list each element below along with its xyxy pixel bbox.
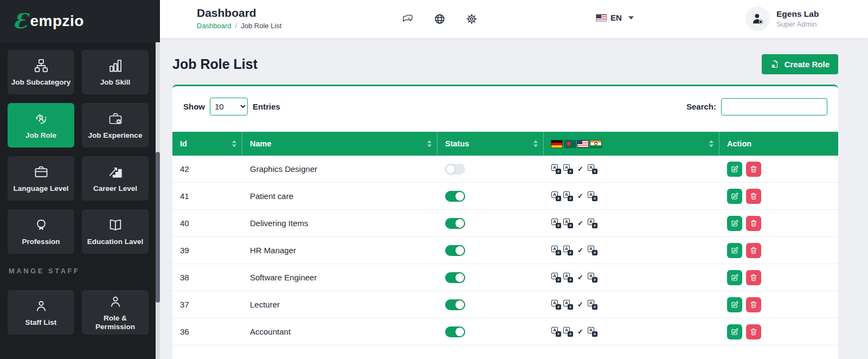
language-selector[interactable]: EN [596,13,634,22]
sort-icon [232,140,236,148]
row-id: 38 [172,273,242,282]
translate-icon[interactable]: Ax [551,246,561,255]
translate-icon[interactable]: Ax [551,273,561,283]
sidebar-item-job-skill[interactable]: Job Skill [82,50,149,94]
column-header-status[interactable]: Status [438,132,544,156]
translate-icon[interactable]: Ax [588,300,597,310]
sidebar-scrollbar-track[interactable] [156,42,160,359]
user-profile[interactable]: Egens Lab Super Admin [745,7,819,31]
translate-icon[interactable]: Ax [551,300,561,310]
header-icon-group [402,13,478,25]
entries-select[interactable]: 10 [210,98,248,116]
edit-button[interactable] [727,189,742,204]
main-content: Job Role List Create Role Show 10 Entrie… [160,38,868,359]
briefcase-gear-icon [108,111,123,126]
usa-flag-icon [577,140,588,148]
table-row: 39 HR Manager Ax Ax ✓ Ax [172,237,838,264]
check-icon: ✓ [577,192,583,200]
check-icon: ✓ [577,328,583,336]
edit-button[interactable] [727,297,742,312]
delete-button[interactable] [746,189,761,204]
create-role-button[interactable]: Create Role [762,54,838,74]
translate-icon[interactable]: Ax [563,246,573,255]
edit-button[interactable] [727,216,742,231]
edit-button[interactable] [727,162,742,177]
delete-button[interactable] [746,216,761,231]
sidebar-item-language-level[interactable]: Language Level [8,156,74,201]
status-toggle[interactable] [445,191,465,202]
translate-icon[interactable]: Ax [588,246,597,255]
search-input[interactable] [721,98,827,116]
check-icon: ✓ [577,273,583,281]
status-toggle[interactable] [445,164,465,175]
sidebar-scrollbar-thumb[interactable] [156,152,160,303]
trash-icon [749,246,758,255]
avatar [745,7,770,31]
edit-icon [730,165,739,174]
gear-icon[interactable] [466,13,478,25]
edit-icon [730,246,739,255]
sidebar-item-job-subcategory[interactable]: Job Subcategory [8,50,74,94]
edit-icon [730,300,739,309]
row-name: Lecturer [242,300,438,309]
edit-button[interactable] [727,243,742,258]
translate-icon[interactable]: Ax [563,219,573,228]
translate-icon[interactable]: Ax [563,300,573,310]
row-name: HR Manager [242,246,438,255]
india-flag-icon [590,140,601,148]
translate-icon[interactable]: Ax [551,327,561,337]
edit-icon [730,219,739,228]
status-toggle[interactable] [445,326,465,337]
translate-icon[interactable]: Ax [588,219,597,228]
status-toggle[interactable] [445,299,465,310]
table-header: Id Name Status Action [172,132,838,156]
award-icon [34,217,49,233]
sidebar-item-job-role[interactable]: Job Role [8,103,74,148]
edit-button[interactable] [727,324,742,339]
translate-icon[interactable]: Ax [551,219,561,228]
translate-icon[interactable]: Ax [588,327,597,337]
breadcrumb-parent-link[interactable]: Dashboard [197,22,232,30]
chat-icon[interactable] [402,13,414,25]
translate-icon[interactable]: Ax [563,164,573,174]
translate-icon[interactable]: Ax [588,191,597,201]
sidebar-item-profession[interactable]: Profession [8,209,74,254]
briefcase-icon [34,164,49,180]
status-toggle[interactable] [445,218,465,229]
translate-icon[interactable]: Ax [563,327,573,337]
brand-logo-text: empzio [30,12,83,30]
sidebar-item-career-level[interactable]: Career Level [82,156,149,201]
brand-logo[interactable]: Ɛ empzio [0,0,160,42]
status-toggle[interactable] [445,272,465,283]
sidebar-item-staff-list[interactable]: Staff List [8,290,74,335]
delete-button[interactable] [746,270,761,285]
trash-icon [749,192,758,201]
translate-icon[interactable]: Ax [588,273,597,283]
translate-icon[interactable]: Ax [563,273,573,283]
sidebar-item-role-permission[interactable]: Role & Permission [82,290,149,335]
table-row: 42 Graphics Designer Ax Ax ✓ Ax [172,156,838,183]
translate-icon[interactable]: Ax [551,191,561,201]
check-icon: ✓ [577,219,583,227]
delete-button[interactable] [746,297,761,312]
edit-icon [730,273,739,282]
edit-button[interactable] [727,270,742,285]
sidebar-item-job-experience[interactable]: Job Experience [82,103,149,148]
translate-icon[interactable]: Ax [551,164,561,174]
status-toggle[interactable] [445,245,465,256]
stairs-icon [108,164,123,180]
table-row: 41 Patient care Ax Ax ✓ Ax [172,183,838,210]
trash-icon [749,219,758,228]
globe-icon[interactable] [434,13,446,25]
row-name: Graphics Designer [242,164,438,174]
sidebar-item-education-lavel[interactable]: Education Lavel [82,209,149,254]
open-book-icon [108,217,123,233]
delete-button[interactable] [746,162,761,177]
delete-button[interactable] [746,243,761,258]
delete-button[interactable] [746,324,761,339]
translate-icon[interactable]: Ax [588,164,597,174]
column-header-id[interactable]: Id [172,132,242,156]
translate-icon[interactable]: Ax [563,191,573,201]
column-header-name[interactable]: Name [242,132,438,156]
column-header-languages[interactable] [544,132,719,156]
